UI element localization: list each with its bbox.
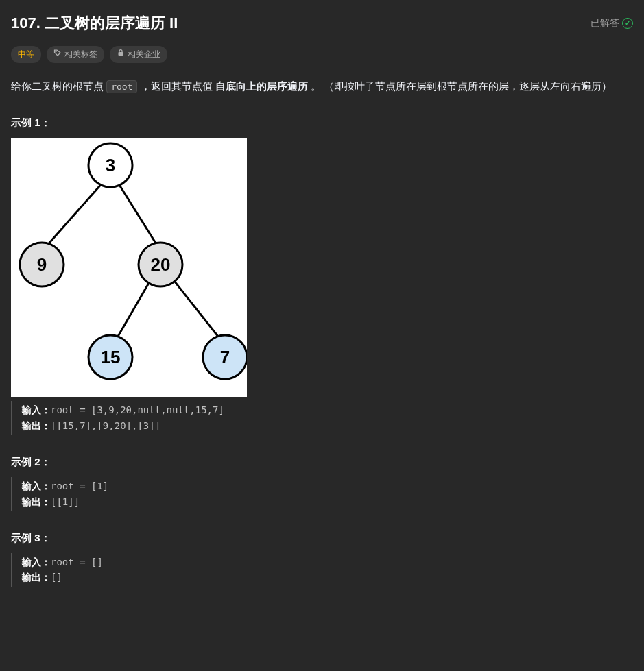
desc-part2: ，返回其节点值 <box>137 80 215 92</box>
example-input-line: 输入：root = [3,9,20,null,null,15,7] <box>22 402 633 417</box>
tree-node-3: 20 <box>151 254 171 275</box>
example-io-block: 输入：root = [1] 输出：[[1]] <box>11 477 633 511</box>
tree-node-4: 15 <box>101 347 121 367</box>
input-value: root = [] <box>51 557 103 568</box>
example-label: 示例 1： <box>11 114 633 131</box>
svg-rect-1 <box>119 52 123 56</box>
tree-node-1: 3 <box>106 155 115 175</box>
input-label: 输入： <box>22 557 51 568</box>
solved-label: 已解答 <box>591 15 619 30</box>
solved-badge: 已解答 ✓ <box>591 15 633 30</box>
tree-node-5: 7 <box>220 347 230 367</box>
related-companies-button[interactable]: 相关企业 <box>110 46 167 63</box>
svg-line-4 <box>114 278 152 343</box>
example: 示例 1： 3 9 20 15 7 输入：root = [3,9,20,null… <box>11 114 633 435</box>
related-tags-button[interactable]: 相关标签 <box>47 46 104 63</box>
header-row: 107. 二叉树的层序遍历 II 已解答 ✓ <box>11 11 633 35</box>
svg-line-2 <box>45 182 104 247</box>
input-value: root = [1] <box>51 480 108 491</box>
example-label: 示例 2： <box>11 454 633 470</box>
example-io-block: 输入：root = [] 输出：[] <box>11 553 633 587</box>
example-output-line: 输出：[[15,7],[9,20],[3]] <box>22 418 633 433</box>
problem-description: 给你二叉树的根节点 root ，返回其节点值 自底向上的层序遍历 。 （即按叶子… <box>11 77 633 95</box>
svg-line-3 <box>117 182 158 247</box>
difficulty-tag[interactable]: 中等 <box>11 46 41 63</box>
tree-diagram: 3 9 20 15 7 <box>11 138 247 397</box>
output-value: [[15,7],[9,20],[3]] <box>51 420 160 431</box>
svg-point-0 <box>56 51 56 51</box>
example-input-line: 输入：root = [1] <box>22 478 633 493</box>
input-label: 输入： <box>22 480 51 491</box>
example-output-line: 输出：[[1]] <box>22 494 633 509</box>
lock-icon <box>117 49 125 61</box>
output-label: 输出： <box>22 420 51 431</box>
related-tags-label: 相关标签 <box>64 48 97 61</box>
output-value: [[1]] <box>51 496 80 507</box>
desc-part3: 。 （即按叶子节点所在层到根节点所在的层，逐层从左向右遍历） <box>308 80 612 92</box>
tags-row: 中等 相关标签 相关企业 <box>11 46 633 63</box>
problem-title: 107. 二叉树的层序遍历 II <box>11 11 178 35</box>
desc-code: root <box>106 80 137 93</box>
output-label: 输出： <box>22 572 51 583</box>
output-label: 输出： <box>22 496 51 507</box>
example-label: 示例 3： <box>11 530 633 546</box>
example-output-line: 输出：[] <box>22 570 633 585</box>
check-icon: ✓ <box>622 18 633 29</box>
example: 示例 2： 输入：root = [1] 输出：[[1]] <box>11 454 633 511</box>
tree-node-2: 9 <box>37 254 47 275</box>
desc-part1: 给你二叉树的根节点 <box>11 80 106 92</box>
example-input-line: 输入：root = [] <box>22 554 633 570</box>
example: 示例 3： 输入：root = [] 输出：[] <box>11 530 633 587</box>
related-companies-label: 相关企业 <box>128 48 160 61</box>
tag-icon <box>53 49 62 61</box>
output-value: [] <box>51 572 62 583</box>
example-io-block: 输入：root = [3,9,20,null,null,15,7] 输出：[[1… <box>11 401 633 435</box>
input-value: root = [3,9,20,null,null,15,7] <box>51 404 224 415</box>
svg-line-5 <box>172 278 224 343</box>
input-label: 输入： <box>22 404 51 415</box>
desc-bold: 自底向上的层序遍历 <box>215 80 308 92</box>
